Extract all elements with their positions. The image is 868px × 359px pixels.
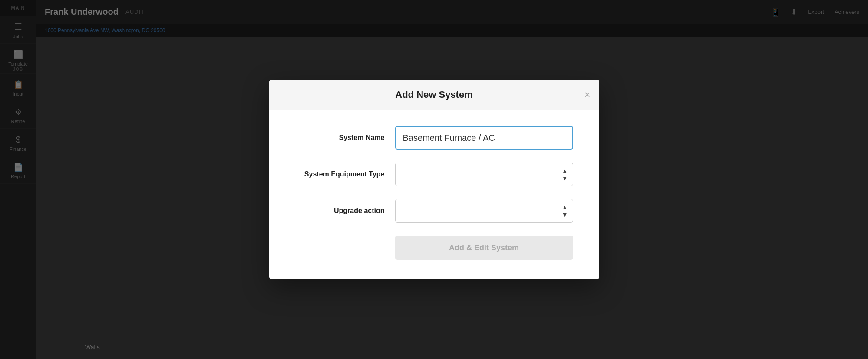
- equipment-type-select-wrapper: ▲ ▼: [395, 163, 573, 186]
- equipment-type-select[interactable]: [395, 163, 573, 186]
- upgrade-action-row: Upgrade action ▲ ▼: [295, 199, 573, 223]
- system-name-input[interactable]: [395, 126, 573, 150]
- system-name-row: System Name: [295, 126, 573, 150]
- upgrade-action-select[interactable]: [395, 199, 573, 223]
- modal-backdrop: Add New System × System Name System Equi…: [0, 0, 868, 359]
- modal-body: System Name System Equipment Type ▲ ▼: [269, 110, 599, 277]
- modal-title: Add New System: [395, 89, 473, 100]
- system-name-label: System Name: [295, 134, 395, 142]
- equipment-type-row: System Equipment Type ▲ ▼: [295, 163, 573, 186]
- equipment-type-label: System Equipment Type: [295, 170, 395, 178]
- upgrade-action-label: Upgrade action: [295, 207, 395, 215]
- modal-close-button[interactable]: ×: [584, 90, 590, 100]
- upgrade-action-select-wrapper: ▲ ▼: [395, 199, 573, 223]
- add-edit-system-button[interactable]: Add & Edit System: [395, 236, 573, 260]
- modal-header: Add New System ×: [269, 80, 599, 110]
- add-new-system-modal: Add New System × System Name System Equi…: [269, 80, 599, 279]
